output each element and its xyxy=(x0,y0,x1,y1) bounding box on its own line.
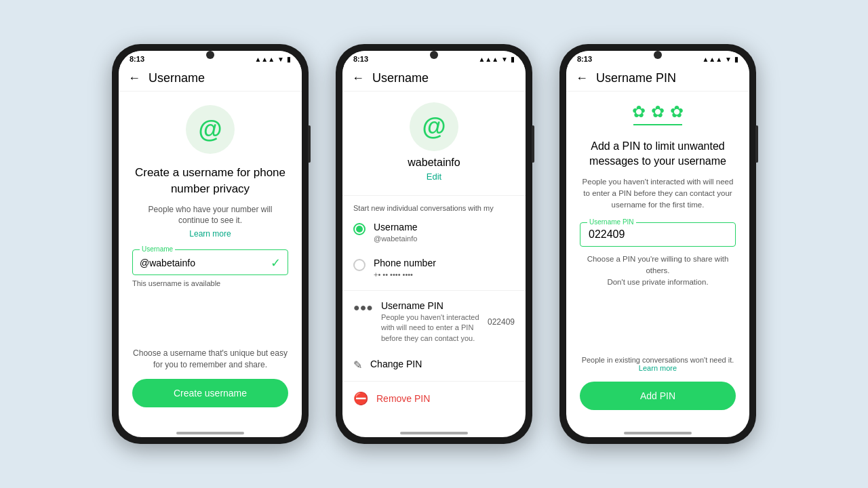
phone1-subtitle: People who have your number will continu… xyxy=(132,204,288,227)
status-icons-1: ▲▲▲ ▼ ▮ xyxy=(254,56,291,63)
side-button xyxy=(308,125,311,163)
list-item-phone-option[interactable]: Phone number +• •• •••• •••• xyxy=(342,251,526,287)
section-label: Start new individual conversations with … xyxy=(342,199,505,215)
edit-link[interactable]: Edit xyxy=(427,171,441,182)
back-button-3[interactable]: ← xyxy=(576,71,588,85)
username-input-group: Username @wabetainfo ✓ xyxy=(132,249,288,275)
phone-3-screen: 8:13 ▲▲▲ ▼ ▮ ← Username PIN ✿ ✿ ✿ xyxy=(566,51,749,437)
phone-2: 8:13 ▲▲▲ ▼ ▮ ← Username @ wabetainfo xyxy=(336,44,532,444)
pin-section-sub: People you haven't interacted with will … xyxy=(381,312,479,344)
remove-pin-item[interactable]: ⛔ Remove PIN xyxy=(342,384,526,413)
battery-icon-3: ▮ xyxy=(734,56,738,63)
at-icon-1: @ xyxy=(198,115,222,144)
username-input-value[interactable]: @wabetainfo xyxy=(140,258,195,268)
screen-content-3: ✿ ✿ ✿ Add a PIN to limit unwanted messag… xyxy=(566,92,749,437)
at-icon-container-1: @ xyxy=(186,105,235,154)
radio-phone[interactable] xyxy=(353,259,366,271)
pin-section-value: 022409 xyxy=(488,317,515,327)
pin-hint-2: Don't use private information. xyxy=(607,278,708,286)
wifi-icon-2: ▼ xyxy=(501,56,508,63)
divider-2 xyxy=(342,290,526,291)
pin-section-title: Username PIN xyxy=(381,300,479,311)
home-indicator-2 xyxy=(400,432,468,434)
phone1-content: @ Create a username for phone number pri… xyxy=(119,92,302,428)
phone-option-sub: +• •• •••• •••• xyxy=(374,270,515,280)
divider-1 xyxy=(342,195,526,196)
wifi-icon-3: ▼ xyxy=(725,56,732,63)
learn-more-link-1[interactable]: Learn more xyxy=(189,229,231,239)
phone-option-title: Phone number xyxy=(374,258,515,268)
phone3-subtitle: People you haven't interacted with will … xyxy=(580,176,736,211)
pin-input-value[interactable]: 022409 xyxy=(589,228,727,241)
battery-icon-2: ▮ xyxy=(511,56,515,63)
pin-hint: Choose a PIN you're willing to share wit… xyxy=(580,253,736,289)
bottom-note: People in existing conversations won't n… xyxy=(582,356,734,372)
phone2-content: @ wabetainfo Edit Start new individual c… xyxy=(342,92,526,428)
remove-icon: ⛔ xyxy=(353,391,368,406)
username-option-text: Username @wabetainfo xyxy=(374,222,515,244)
learn-more-link-3[interactable]: Learn more xyxy=(639,364,677,372)
pin-dots-display: ✿ ✿ ✿ xyxy=(632,102,684,121)
status-time-2: 8:13 xyxy=(353,55,368,63)
username-display: wabetainfo xyxy=(408,157,460,169)
app-bar-2: ← Username xyxy=(342,66,526,92)
pin-section-text: Username PIN People you haven't interact… xyxy=(381,300,479,344)
pin-input-label: Username PIN xyxy=(587,218,636,226)
status-time-1: 8:13 xyxy=(130,55,144,63)
phone-2-screen: 8:13 ▲▲▲ ▼ ▮ ← Username @ wabetainfo xyxy=(342,51,526,437)
wifi-icon-1: ▼ xyxy=(277,56,284,63)
pin-dot-2: ✿ xyxy=(651,102,665,121)
username-option-sub: @wabetainfo xyxy=(374,234,515,244)
change-pin-item[interactable]: ✎ Change PIN xyxy=(342,350,526,378)
radio-username[interactable] xyxy=(353,223,366,235)
status-time-3: 8:13 xyxy=(577,55,592,63)
add-pin-button[interactable]: Add PIN xyxy=(580,382,736,410)
create-username-button[interactable]: Create username xyxy=(132,379,288,407)
avatar-circle-2: @ xyxy=(410,102,458,151)
status-bar-1: 8:13 ▲▲▲ ▼ ▮ xyxy=(119,51,302,66)
bottom-hint-1: Choose a username that's unique but easy… xyxy=(132,348,288,371)
username-input-label: Username xyxy=(140,245,175,253)
list-item-username-option[interactable]: Username @wabetainfo xyxy=(342,215,526,251)
divider-3 xyxy=(342,381,526,382)
pin-hint-1: Choose a PIN you're willing to share wit… xyxy=(587,255,729,274)
battery-icon-1: ▮ xyxy=(287,56,291,63)
remove-pin-label: Remove PIN xyxy=(376,393,430,404)
side-button-2 xyxy=(532,125,534,163)
pin-section-icon: ●●● xyxy=(353,302,373,314)
phone3-content: ✿ ✿ ✿ Add a PIN to limit unwanted messag… xyxy=(566,92,749,428)
status-bar-2: 8:13 ▲▲▲ ▼ ▮ xyxy=(342,51,526,66)
username-option-title: Username xyxy=(374,222,515,232)
signal-icon-1: ▲▲▲ xyxy=(254,56,275,63)
back-button-1[interactable]: ← xyxy=(128,71,140,85)
signal-icon-3: ▲▲▲ xyxy=(702,56,722,63)
home-indicator-3 xyxy=(624,432,692,434)
available-text: This username is available xyxy=(132,279,220,287)
back-button-2[interactable]: ← xyxy=(352,71,364,85)
phone-3: 8:13 ▲▲▲ ▼ ▮ ← Username PIN ✿ ✿ ✿ xyxy=(559,44,756,444)
app-bar-title-1: Username xyxy=(149,71,205,85)
pin-underline xyxy=(633,124,682,125)
status-bar-3: 8:13 ▲▲▲ ▼ ▮ xyxy=(566,51,749,66)
list-item-pin-section: ●●● Username PIN People you haven't inte… xyxy=(342,293,526,350)
app-bar-title-2: Username xyxy=(372,71,429,85)
pin-input-group: Username PIN 022409 xyxy=(580,222,736,247)
pencil-icon: ✎ xyxy=(353,359,362,371)
pin-dot-1: ✿ xyxy=(632,102,646,121)
phone-1-screen: 8:13 ▲▲▲ ▼ ▮ ← Username @ Create a user xyxy=(119,51,302,437)
username-input-row: @wabetainfo ✓ xyxy=(140,256,281,270)
check-icon-1: ✓ xyxy=(271,256,281,270)
phone1-title: Create a username for phone number priva… xyxy=(132,165,288,197)
status-icons-3: ▲▲▲ ▼ ▮ xyxy=(702,56,738,63)
phone-1: 8:13 ▲▲▲ ▼ ▮ ← Username @ Create a user xyxy=(112,44,309,444)
app-bar-3: ← Username PIN xyxy=(566,66,749,92)
screen-content-1: @ Create a username for phone number pri… xyxy=(119,92,302,437)
screen-content-2: @ wabetainfo Edit Start new individual c… xyxy=(342,92,526,437)
pin-dot-3: ✿ xyxy=(670,102,684,121)
signal-icon-2: ▲▲▲ xyxy=(478,56,498,63)
side-button-3 xyxy=(755,125,758,163)
bottom-note-text: People in existing conversations won't n… xyxy=(582,356,734,364)
app-bar-1: ← Username xyxy=(119,66,302,92)
radio-inner-username xyxy=(356,226,363,232)
phone3-title: Add a PIN to limit unwanted messages to … xyxy=(580,139,736,169)
